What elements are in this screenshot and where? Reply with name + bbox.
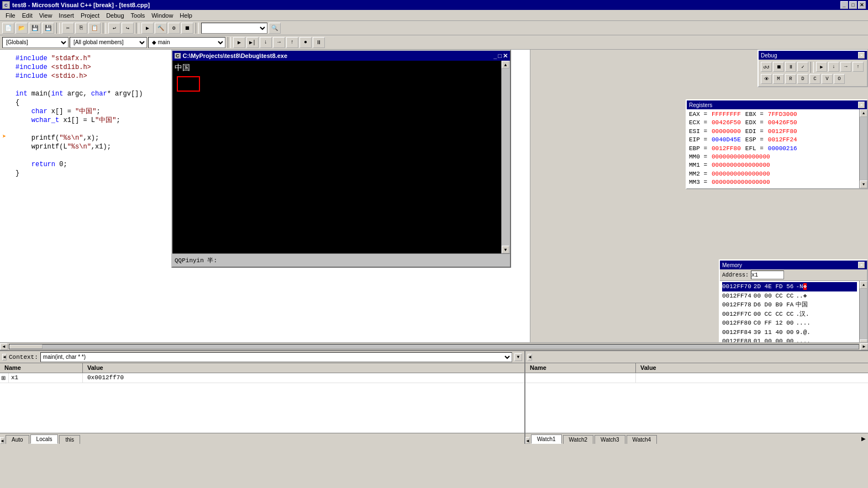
menu-project[interactable]: Project	[77, 11, 103, 20]
debug-var-btn[interactable]: V	[822, 74, 833, 84]
function-combo[interactable]: ◆ main	[148, 37, 225, 48]
menu-help[interactable]: Help	[176, 11, 196, 20]
run-to-cursor[interactable]: ▶|	[246, 37, 259, 48]
expand-icon[interactable]: ⊞	[0, 373, 9, 383]
locals-tab-arrow[interactable]: ◀	[0, 437, 4, 444]
debug-sep	[811, 62, 814, 73]
save-button[interactable]: 💾	[29, 23, 41, 34]
debug-watch-btn[interactable]: 👁	[761, 74, 772, 84]
save-all-button[interactable]: 💾	[42, 23, 54, 34]
context-combo[interactable]: main(int, char * *)	[40, 352, 512, 362]
h-scroll-track[interactable]	[9, 344, 859, 349]
stop-button[interactable]: ⏹	[181, 23, 193, 34]
step-over[interactable]: →	[273, 37, 285, 48]
find-button[interactable]: 🔍	[269, 23, 281, 34]
debug-btn2[interactable]: ⏸	[313, 37, 325, 48]
debug-out-btn[interactable]: O	[834, 74, 845, 84]
reg-scroll-up[interactable]: ▲	[860, 109, 867, 117]
tab-locals[interactable]: Locals	[30, 434, 59, 444]
menu-tools[interactable]: Tools	[128, 11, 149, 20]
compile-button[interactable]: ▶	[141, 23, 154, 34]
debug-run-btn[interactable]: ▶	[816, 62, 827, 72]
menu-insert[interactable]: Insert	[55, 11, 77, 20]
tab-this[interactable]: this	[59, 435, 80, 444]
watch-right-arrow[interactable]: ▶	[859, 436, 868, 442]
register-row-mm0: MM0 = 0000000000000000	[689, 153, 857, 161]
minimize-button[interactable]: _	[840, 1, 848, 9]
debug-call-btn[interactable]: C	[809, 74, 820, 84]
debug-mem-btn[interactable]: M	[773, 74, 784, 84]
run-button[interactable]: ▶	[233, 37, 245, 48]
rebuild-button[interactable]: ⚙	[168, 23, 180, 34]
memory-address-input[interactable]	[751, 270, 784, 279]
menu-view[interactable]: View	[36, 11, 56, 20]
chinese-text: 中国	[175, 63, 190, 73]
debug-pause-btn[interactable]: ⏸	[785, 62, 796, 72]
memory-row-6: 0012FF88 01 00 00 00 ....	[722, 337, 857, 342]
col-header-name: Name	[0, 363, 83, 373]
mem-scroll-up[interactable]: ▲	[860, 281, 867, 289]
console-window[interactable]: C C:\MyProjects\test8\Debug\test8.exe _ …	[171, 50, 511, 268]
maximize-button[interactable]: □	[849, 1, 857, 9]
console-minimize[interactable]: _	[493, 52, 497, 60]
debug-stop-btn[interactable]: ⏹	[773, 62, 784, 72]
debug-stepover-btn[interactable]: →	[840, 62, 851, 72]
copy-button[interactable]: ⎘	[75, 23, 87, 34]
debug-close-button[interactable]: ✕	[858, 52, 865, 59]
breakpoint-btn[interactable]: ●	[299, 37, 312, 48]
debug-stepin-btn[interactable]: ↓	[828, 62, 839, 72]
register-row-mm3: MM3 = 0000000000000000	[689, 178, 857, 187]
console-status-bar: QQPinyin 半:	[172, 253, 510, 267]
new-file-button[interactable]: 📄	[2, 23, 14, 34]
watch-arrow-button[interactable]: ◀	[528, 354, 532, 360]
tab-watch4[interactable]: Watch4	[627, 435, 657, 444]
tab-auto[interactable]: Auto	[6, 435, 29, 444]
memory-close-button[interactable]: ✕	[858, 262, 865, 268]
paste-button[interactable]: 📋	[88, 23, 101, 34]
watch-col-name: Name	[525, 363, 636, 373]
h-scroll-thumb[interactable]	[9, 344, 43, 349]
console-maximize[interactable]: □	[498, 52, 502, 60]
menu-debug[interactable]: Debug	[103, 11, 127, 20]
context-label: Context:	[9, 354, 38, 360]
tab-watch1[interactable]: Watch1	[531, 434, 562, 444]
debug-apply-btn[interactable]: ✓	[797, 62, 808, 72]
scroll-down-button[interactable]: ▼	[502, 246, 509, 253]
cut-button[interactable]: ✂	[62, 23, 74, 34]
console-scrollbar[interactable]: ▲ ▼	[501, 61, 510, 253]
debug-reg-btn[interactable]: R	[785, 74, 796, 84]
build-button[interactable]: 🔨	[155, 23, 167, 34]
search-combo[interactable]	[201, 23, 267, 34]
watch-panel: ◀ Name Value ◀ Watch1 Watch2 Watch3 Watc…	[525, 351, 868, 444]
step-into[interactable]: ↓	[260, 37, 272, 48]
debug-restart-btn[interactable]: ↺↺	[761, 62, 772, 72]
scroll-left-button[interactable]: ◀	[0, 343, 8, 350]
console-content: 中国	[172, 61, 501, 253]
members-combo[interactable]: [All global members]	[70, 37, 147, 48]
registers-scrollbar[interactable]: ▲ ▼	[859, 109, 867, 188]
step-out[interactable]: ↑	[286, 37, 298, 48]
open-file-button[interactable]: 📂	[15, 23, 28, 34]
close-button[interactable]: ✕	[858, 1, 866, 9]
undo-button[interactable]: ↩	[108, 23, 120, 34]
locals-arrow-button[interactable]: ◀	[2, 354, 7, 360]
scroll-right-button[interactable]: ▶	[860, 343, 868, 350]
memory-scrollbar[interactable]: ▲ ▼	[859, 281, 867, 342]
code-toolbar: [Globals] [All global members] ◆ main ▶ …	[0, 35, 868, 50]
scroll-up-button[interactable]: ▲	[502, 61, 509, 68]
context-dropdown-button[interactable]: ▼	[514, 353, 522, 361]
tab-watch2[interactable]: Watch2	[563, 435, 594, 444]
console-close[interactable]: ✕	[503, 52, 508, 60]
tab-watch3[interactable]: Watch3	[595, 435, 625, 444]
menu-window[interactable]: Window	[148, 11, 176, 20]
redo-button[interactable]: ↪	[122, 23, 134, 34]
menu-edit[interactable]: Edit	[19, 11, 36, 20]
scope-combo[interactable]: [Globals]	[2, 37, 69, 48]
reg-scroll-down[interactable]: ▼	[860, 181, 867, 188]
registers-close-button[interactable]: ✕	[858, 102, 865, 108]
debug-dis-btn[interactable]: D	[797, 74, 808, 84]
watch-tab-arrow[interactable]: ◀	[525, 437, 530, 444]
menu-file[interactable]: File	[2, 11, 19, 20]
debug-stepout-btn[interactable]: ↑	[853, 62, 864, 72]
memory-row-1: 0012FF74 00 00 CC CC ..❖	[722, 291, 857, 301]
